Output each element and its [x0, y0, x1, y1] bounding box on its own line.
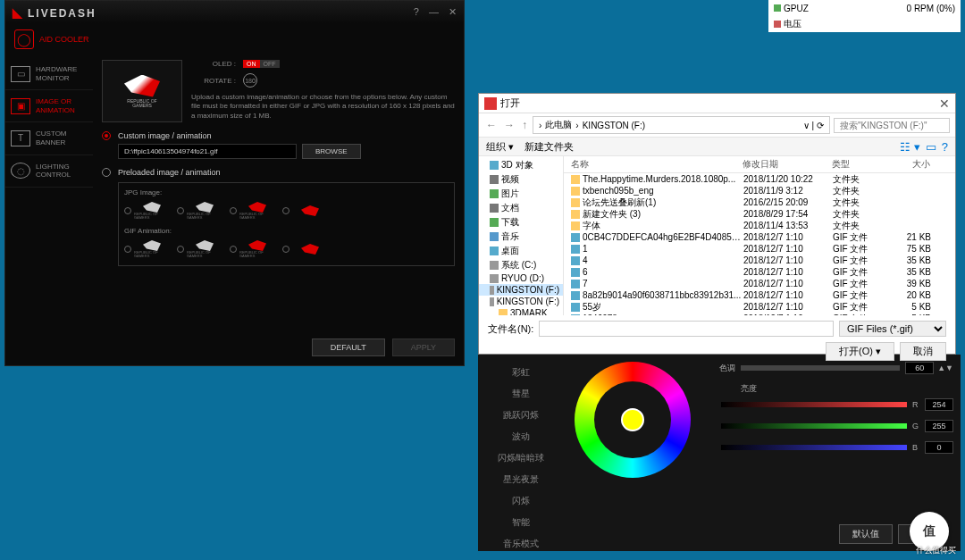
r-slider[interactable]: [721, 402, 907, 407]
aura-mode-list: 彩虹 彗星 跳跃闪烁 波动 闪烁/暗暗球 星光夜景 闪烁 智能 音乐模式: [485, 362, 557, 544]
col-name[interactable]: 名称: [564, 158, 743, 171]
file-row[interactable]: 62018/12/7 1:10GIF 文件35 KB: [564, 266, 955, 278]
preload-panel: JPG Image: REPUBLIC OF GAMERS REPUBLIC O…: [118, 182, 455, 266]
close-icon[interactable]: ✕: [449, 6, 457, 17]
file-row[interactable]: 字体2018/11/4 13:53文件夹: [564, 220, 955, 231]
aura-mode[interactable]: 跳跃闪烁: [485, 405, 557, 426]
preset-thumb[interactable]: [282, 238, 328, 260]
address-bar[interactable]: ›此电脑›KINGSTON (F:) ∨ | ⟳: [533, 116, 830, 134]
new-folder-button[interactable]: 新建文件夹: [524, 140, 574, 154]
monitor-icon: ▭: [11, 66, 30, 82]
tree-item[interactable]: 图片: [479, 187, 563, 201]
livedash-window: LIVEDASH ? — ✕ ◯ AID COOLER ▭HARDWAREMON…: [4, 0, 465, 366]
help-icon[interactable]: ?: [414, 6, 419, 17]
rog-logo-icon: [124, 75, 160, 97]
b-value[interactable]: [925, 441, 953, 454]
app-title: LIVEDASH: [13, 5, 96, 20]
tree-item[interactable]: 3DMARK: [479, 307, 563, 315]
aura-default-button[interactable]: 默认值: [839, 524, 893, 544]
help-icon[interactable]: ?: [942, 140, 948, 154]
filter-select[interactable]: GIF Files (*.gif): [839, 321, 946, 337]
apply-button[interactable]: APPLY: [392, 339, 455, 356]
filename-label: 文件名(N):: [488, 322, 533, 336]
sidebar-item-banner[interactable]: TCUSTOMBANNER: [5, 122, 93, 155]
file-row[interactable]: 72018/12/7 1:10GIF 文件39 KB: [564, 278, 955, 289]
preview-icon[interactable]: ▭: [926, 140, 936, 154]
cancel-button[interactable]: 取消: [900, 342, 946, 361]
cooler-tab[interactable]: ◯ AID COOLER: [5, 23, 464, 54]
rotate-button[interactable]: 180: [243, 73, 257, 88]
tree-item[interactable]: 3D 对象: [479, 158, 563, 172]
tree-item[interactable]: 下载: [479, 215, 563, 230]
filename-input[interactable]: [539, 321, 834, 337]
tree-item[interactable]: 系统 (C:): [479, 258, 563, 272]
upload-description: Upload a custom image/animation or choos…: [191, 93, 455, 121]
aura-mode[interactable]: 闪烁: [485, 490, 557, 512]
radio-custom[interactable]: [102, 131, 111, 140]
tree-item[interactable]: 视频: [479, 172, 563, 187]
path-input[interactable]: [118, 144, 297, 159]
view-icon[interactable]: ☷ ▾: [900, 140, 920, 154]
tree-item[interactable]: KINGSTON (F:): [479, 284, 563, 296]
sidebar-item-hardware[interactable]: ▭HARDWAREMONITOR: [5, 58, 93, 90]
file-row[interactable]: 55岁2018/12/7 1:10GIF 文件5 KB: [564, 301, 955, 313]
preset-thumb[interactable]: [282, 200, 328, 221]
file-row[interactable]: 0CB4C7DDEFCA04hg6E2BF4D4085AD...2018/12/…: [564, 231, 955, 243]
hw-gpu-label: GPUZ: [774, 4, 907, 13]
file-row[interactable]: The.Happytime.Murders.2018.1080p...2018/…: [564, 173, 955, 185]
preset-thumb[interactable]: REPUBLIC OF GAMERS: [124, 200, 170, 221]
tree-item[interactable]: KINGSTON (F:): [479, 296, 563, 307]
color-wheel[interactable]: [575, 362, 691, 478]
organize-menu[interactable]: 组织 ▾: [486, 140, 514, 154]
r-value[interactable]: [925, 398, 953, 411]
file-row[interactable]: 论坛先送叠刷新(1)2016/2/15 20:09文件夹: [564, 196, 955, 208]
aura-mode[interactable]: 彗星: [485, 383, 557, 405]
tree-item[interactable]: 桌面: [479, 244, 563, 258]
sidebar-item-lighting[interactable]: ◌LIGHTINGCONTROL: [5, 155, 93, 188]
preset-thumb[interactable]: REPUBLIC OF GAMERS: [230, 238, 275, 260]
cooler-icon: ◯: [14, 29, 34, 49]
preset-thumb[interactable]: REPUBLIC OF GAMERS: [230, 200, 275, 221]
dialog-titlebar: 打开 ✕: [479, 94, 955, 113]
nav-fwd-icon[interactable]: →: [502, 119, 516, 131]
oled-toggle[interactable]: ONOFF: [243, 60, 280, 68]
default-button[interactable]: DEFAULT: [312, 339, 385, 356]
file-row[interactable]: txbench095b_eng2018/11/9 3:12文件夹: [564, 185, 955, 196]
aura-mode[interactable]: 智能: [485, 512, 557, 533]
aura-mode[interactable]: 音乐模式: [485, 533, 557, 555]
preset-thumb[interactable]: REPUBLIC OF GAMERS: [177, 200, 222, 221]
file-row[interactable]: 13469782018/12/7 1:10GIF 文件5 KB: [564, 313, 955, 315]
file-row[interactable]: 12018/12/7 1:10GIF 文件75 KB: [564, 243, 955, 255]
hw-rpm: 0 RPM (0%): [907, 4, 955, 13]
col-type[interactable]: 类型: [832, 158, 885, 171]
file-row[interactable]: 42018/12/7 1:10GIF 文件35 KB: [564, 255, 955, 266]
g-slider[interactable]: [721, 423, 907, 429]
oled-label: OLED :: [191, 60, 236, 68]
file-row[interactable]: 新建文件夹 (3)2018/8/29 17:54文件夹: [564, 208, 955, 220]
minimize-icon[interactable]: —: [429, 6, 439, 17]
search-input[interactable]: [834, 118, 950, 133]
watermark-text: 什么值得买: [916, 545, 956, 556]
g-value[interactable]: [925, 420, 953, 432]
browse-button[interactable]: BROWSE: [302, 144, 361, 159]
nav-up-icon[interactable]: ↑: [520, 119, 529, 131]
preset-thumb[interactable]: REPUBLIC OF GAMERS: [124, 238, 170, 260]
nav-back-icon[interactable]: ←: [484, 119, 499, 131]
tree-item[interactable]: RYUO (D:): [479, 272, 563, 284]
bulb-icon: ◌: [11, 163, 30, 179]
b-slider[interactable]: [721, 445, 907, 450]
file-row[interactable]: 8a82b9014a90f6038711bbc83912b31...2018/1…: [564, 289, 955, 301]
preset-thumb[interactable]: REPUBLIC OF GAMERS: [177, 238, 222, 260]
sidebar-item-image[interactable]: ▣IMAGE ORANIMATION: [5, 90, 93, 122]
open-button[interactable]: 打开(O) ▾: [826, 342, 894, 361]
col-date[interactable]: 修改日期: [743, 158, 832, 171]
tree-item[interactable]: 文档: [479, 201, 563, 215]
col-size[interactable]: 大小: [885, 158, 939, 171]
tree-item[interactable]: 音乐: [479, 230, 563, 244]
radio-preload[interactable]: [102, 168, 111, 177]
aura-mode[interactable]: 闪烁/暗暗球: [485, 447, 557, 469]
dialog-close-icon[interactable]: ✕: [939, 96, 950, 111]
aura-mode[interactable]: 波动: [485, 426, 557, 447]
aura-mode[interactable]: 星光夜景: [485, 469, 557, 490]
color-picker-dot[interactable]: [621, 408, 644, 431]
